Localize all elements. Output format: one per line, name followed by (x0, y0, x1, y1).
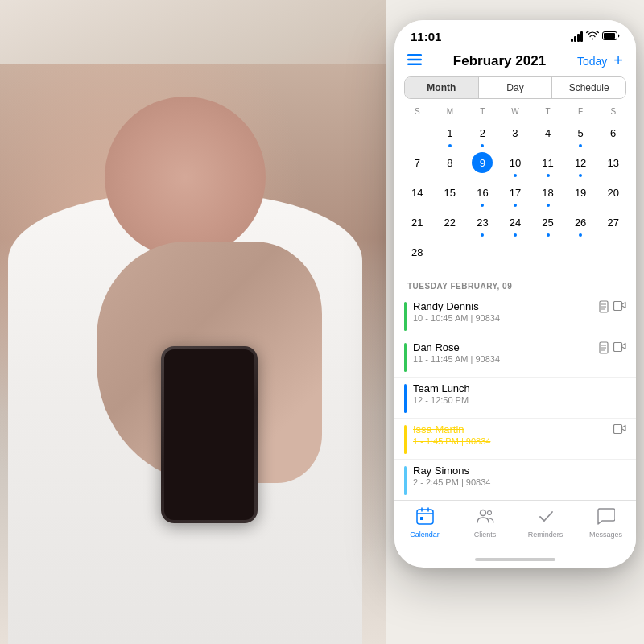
day-16[interactable]: 16 (466, 180, 499, 208)
tab-messages[interactable]: Messages (576, 507, 636, 539)
event-name-1: Randy Dennis (413, 300, 596, 312)
day-14[interactable]: 14 (401, 180, 434, 208)
status-icons (571, 31, 620, 43)
day-headers: S M T W T F S (401, 105, 630, 118)
event-bar-5 (404, 466, 407, 495)
schedule-tab[interactable]: Schedule (552, 77, 625, 98)
day-empty-6 (564, 240, 597, 268)
day-9-today[interactable]: 9 (466, 151, 499, 179)
tab-clients[interactable]: Clients (455, 507, 515, 539)
tab-bar: Calendar Clients Reminders (394, 500, 636, 555)
event-name-4: Issa Martin (413, 423, 610, 436)
event-time-5: 2 - 2:45 PM | 90834 (413, 477, 626, 487)
day-11[interactable]: 11 (531, 151, 564, 179)
svg-point-22 (487, 511, 491, 515)
event-time-4: 1 - 1:45 PM | 90834 (413, 436, 610, 446)
day-19[interactable]: 19 (564, 180, 597, 208)
day-empty-2 (434, 240, 467, 268)
header-tue: T (466, 105, 499, 118)
menu-icon[interactable] (407, 54, 422, 68)
day-23[interactable]: 23 (466, 210, 499, 238)
tab-clients-label: Clients (474, 530, 497, 539)
day-1[interactable]: 1 (434, 121, 467, 149)
day-18[interactable]: 18 (531, 180, 564, 208)
today-button[interactable]: Today (577, 55, 607, 68)
svg-rect-3 (407, 58, 422, 60)
day-20[interactable]: 20 (597, 180, 630, 208)
status-time: 11:01 (411, 30, 441, 43)
event-name-2: Dan Rose (413, 341, 596, 353)
event-bar-4 (404, 425, 407, 454)
day-2[interactable]: 2 (466, 121, 499, 149)
event-randy-dennis[interactable]: Randy Dennis 10 - 10:45 AM | 90834 (394, 295, 636, 336)
event-name-5: Ray Simons (413, 464, 626, 477)
doc-icon-1 (599, 300, 610, 316)
svg-point-21 (480, 510, 485, 516)
background-photo (0, 0, 386, 644)
day-25[interactable]: 25 (531, 210, 564, 238)
day-empty-1 (401, 121, 434, 149)
day-15[interactable]: 15 (434, 180, 467, 208)
event-dan-rose[interactable]: Dan Rose 11 - 11:45 AM | 90834 (394, 336, 636, 378)
day-22[interactable]: 22 (434, 210, 467, 238)
add-event-button[interactable]: + (613, 52, 623, 70)
day-17[interactable]: 17 (499, 180, 532, 208)
week-1: 1 2 3 4 5 6 (401, 121, 630, 149)
event-time-2: 11 - 11:45 AM | 90834 (413, 354, 596, 364)
event-content-3: Team Lunch 12 - 12:50 PM (413, 382, 626, 405)
day-tab[interactable]: Day (479, 77, 553, 98)
week-4: 21 22 23 24 25 26 27 (401, 210, 630, 238)
calendar-tab-icon (416, 507, 434, 529)
tab-calendar[interactable]: Calendar (394, 507, 455, 539)
home-indicator (475, 558, 555, 561)
day-24[interactable]: 24 (499, 210, 532, 238)
wifi-icon (586, 31, 599, 43)
tab-reminders[interactable]: Reminders (515, 507, 576, 539)
event-ray-simons[interactable]: Ray Simons 2 - 2:45 PM | 90834 (394, 460, 636, 500)
messages-tab-icon (597, 507, 615, 529)
event-time-1: 10 - 10:45 AM | 90834 (413, 313, 596, 323)
day-empty-7 (597, 240, 630, 268)
status-bar: 11:01 (394, 20, 636, 48)
svg-rect-4 (407, 63, 422, 65)
tab-reminders-label: Reminders (528, 530, 564, 539)
event-icons-1 (599, 300, 626, 316)
day-6[interactable]: 6 (597, 121, 630, 149)
day-empty-5 (531, 240, 564, 268)
day-8[interactable]: 8 (434, 151, 467, 179)
header-sat: S (597, 105, 630, 118)
week-5: 28 (401, 240, 630, 268)
day-26[interactable]: 26 (564, 210, 597, 238)
event-bar-2 (404, 343, 407, 372)
day-7[interactable]: 7 (401, 151, 434, 179)
schedule-date-header: TUESDAY FEBRUARY, 09 (394, 275, 636, 295)
schedule-list: Randy Dennis 10 - 10:45 AM | 90834 Dan R… (394, 295, 636, 500)
day-21[interactable]: 21 (401, 210, 434, 238)
header-thu: T (531, 105, 564, 118)
event-name-3: Team Lunch (413, 382, 626, 394)
month-tab[interactable]: Month (405, 77, 479, 98)
day-4[interactable]: 4 (531, 121, 564, 149)
schedule-section: TUESDAY FEBRUARY, 09 Randy Dennis 10 - 1… (394, 275, 636, 500)
event-icons-4 (613, 423, 626, 436)
week-3: 14 15 16 17 18 19 20 (401, 180, 630, 208)
video-icon-4 (613, 423, 626, 436)
header-sun: S (401, 105, 434, 118)
event-team-lunch[interactable]: Team Lunch 12 - 12:50 PM (394, 378, 636, 419)
doc-icon-2 (599, 341, 610, 357)
svg-rect-2 (407, 54, 422, 56)
video-icon-2 (613, 341, 626, 357)
day-12[interactable]: 12 (564, 151, 597, 179)
event-icons-2 (599, 341, 626, 357)
event-issa-martin[interactable]: Issa Martin 1 - 1:45 PM | 90834 (394, 419, 636, 460)
calendar-grid: S M T W T F S 1 2 3 4 5 6 7 8 9 10 11 12… (394, 105, 636, 270)
day-13[interactable]: 13 (597, 151, 630, 179)
header-fri: F (564, 105, 597, 118)
day-28[interactable]: 28 (401, 240, 434, 268)
day-3[interactable]: 3 (499, 121, 532, 149)
day-10[interactable]: 10 (499, 151, 532, 179)
tab-messages-label: Messages (589, 530, 622, 539)
day-27[interactable]: 27 (597, 210, 630, 238)
day-5[interactable]: 5 (564, 121, 597, 149)
week-2: 7 8 9 10 11 12 13 (401, 151, 630, 179)
